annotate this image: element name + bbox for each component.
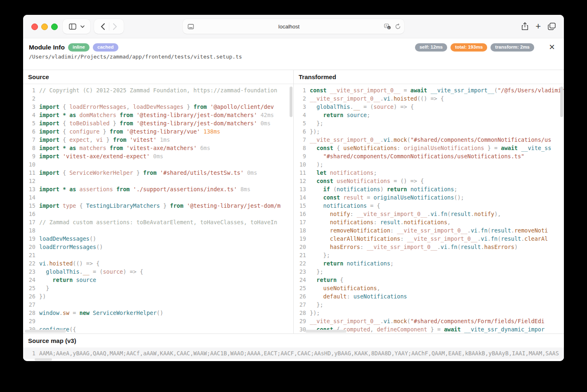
reload-icon[interactable] [395, 23, 401, 30]
code-line: 15 notifications = { [294, 202, 564, 210]
code-line: 11 let notifications; [294, 169, 564, 177]
code-line: 12 const useNotifications = () => { [294, 177, 564, 185]
cached-badge: cached [93, 43, 118, 52]
code-line: 29__vite_ssr_import_0__.vi.mock("#shared… [294, 317, 564, 325]
code-line: 14 const result = originalUseNotificatio… [294, 193, 564, 202]
code-line: 18 removeNotification: __vite_ssr_import… [294, 226, 564, 235]
code-line: 23 }; [294, 268, 564, 276]
code-line: 13import * as assertions from './support… [23, 185, 293, 193]
code-line: 10 ); [294, 160, 564, 169]
code-line: 15import type { TestingLibraryMatchers }… [23, 202, 293, 210]
code-line: 23 globalThis.__ = (source) => { [23, 268, 293, 276]
code-line: 16 notify: __vite_ssr_import_0__.vi.fn(r… [294, 210, 564, 218]
browser-window: localhost A x [23, 15, 564, 361]
code-line: 8 const { useNotifications: originalUseN… [294, 144, 564, 152]
code-line: 14 [23, 193, 293, 202]
new-tab-button[interactable]: + [535, 22, 541, 31]
code-line: 3import { loadErrorMessages, loadDevMess… [23, 103, 293, 111]
code-line: 20loadErrorMessages() [23, 243, 293, 251]
code-line: 20 hasErrors: __vite_ssr_import_0__.vi.f… [294, 243, 564, 251]
code-line: 28}); [294, 309, 564, 317]
code-line: 25 } [23, 284, 293, 292]
code-line: 29 [23, 317, 293, 325]
url-bar[interactable]: localhost A x [183, 19, 404, 34]
code-line: 9 "#shared/components/CommonNotification… [294, 152, 564, 160]
chevron-down-icon [80, 25, 85, 28]
close-window-button[interactable] [31, 23, 38, 30]
self-time-badge: self: 12ms [415, 43, 447, 52]
code-line: 27 [23, 300, 293, 309]
source-horizontal-scrollbar[interactable] [25, 330, 66, 333]
code-line: 21 }; [294, 251, 564, 259]
sourcemap-horizontal-scrollbar[interactable] [35, 358, 52, 361]
code-line: 8import * as matchers from 'vitest-axe/m… [23, 144, 293, 152]
code-line: 9import 'vitest-axe/extend-expect' 0ms [23, 152, 293, 160]
code-line: 3 globalThis.__ = (source) => { [294, 103, 564, 111]
tab-overview-button[interactable] [548, 23, 556, 30]
transformed-vertical-scrollbar[interactable] [560, 87, 563, 117]
code-line: 17 notifications: result.notifications, [294, 218, 564, 226]
code-line: 24 return { [294, 276, 564, 284]
transformed-code-area[interactable]: 1const __vite_ssr_import_0__ = await __v… [294, 84, 564, 333]
code-line: 1const __vite_ssr_import_0__ = await __v… [294, 86, 564, 94]
code-line: 1// Copyright (C) 2012-2025 Zammad Found… [23, 86, 293, 94]
minimize-window-button[interactable] [41, 23, 48, 30]
code-line: 21 [23, 251, 293, 259]
code-line: 16 [23, 210, 293, 218]
code-panes: Source 1// Copyright (C) 2012-2025 Zamma… [23, 70, 564, 333]
source-code-area[interactable]: 1// Copyright (C) 2012-2025 Zammad Found… [23, 84, 293, 333]
nav-separator [109, 22, 109, 31]
sourcemap-mappings: AAMA;AAeA,yBAAG,QAAQ,MAAM;AACf,aAAW,KAAK… [39, 350, 559, 357]
code-line: 7__vite_ssr_import_0__.vi.mock("#shared/… [294, 136, 564, 144]
module-file-path: /Users/vladimir/Projects/zammad/app/fron… [23, 52, 564, 60]
code-line: 5 }; [294, 119, 564, 127]
code-line: 2__vite_ssr_import_0__.vi.hoisted(() => … [294, 94, 564, 103]
code-line: 26}) [23, 292, 293, 300]
page-icon [188, 24, 194, 29]
share-button[interactable] [521, 22, 528, 31]
svg-text:A: A [385, 24, 387, 27]
code-line: 17// Zammad custom assertions: toBeAvata… [23, 218, 293, 226]
code-line: 22vi.hoisted(() => { [23, 259, 293, 268]
translate-icon[interactable]: A x [384, 23, 391, 30]
code-line: 19 clearAllNotifications: __vite_ssr_imp… [294, 235, 564, 243]
code-line: 28window.sw = new ServiceWorkerHelper() [23, 309, 293, 317]
sourcemap-line[interactable]: 1 AAMA;AAeA,yBAAG,QAAQ,MAAM;AACf,aAAW,KA… [23, 347, 564, 359]
code-line: 4import * as domMatchers from '@testing-… [23, 111, 293, 119]
nav-buttons [94, 19, 124, 34]
source-vertical-scrollbar[interactable] [290, 87, 292, 117]
module-info-header: Module Info inline cached self: 12ms tot… [23, 38, 564, 70]
sourcemap-title: Source map (v3) [23, 334, 564, 347]
transformed-pane: Transformed 1const __vite_ssr_import_0__… [293, 70, 564, 333]
code-line: 12 [23, 177, 293, 185]
code-line: 4 return source; [294, 111, 564, 119]
zoom-window-button[interactable] [51, 23, 58, 30]
code-line: 5import { toBeDisabled } from '@testing-… [23, 119, 293, 127]
inline-badge: inline [68, 43, 90, 52]
transformed-pane-title: Transformed [294, 70, 564, 84]
url-text: localhost [194, 23, 384, 30]
close-panel-button[interactable]: × [547, 42, 557, 52]
code-line: 27 }; [294, 300, 564, 309]
browser-titlebar: localhost A x [23, 15, 564, 38]
back-button[interactable] [101, 23, 105, 30]
source-pane: Source 1// Copyright (C) 2012-2025 Zamma… [23, 70, 293, 333]
code-line: 25 useNotifications, [294, 284, 564, 292]
code-line: 18 [23, 226, 293, 235]
code-line: 6}); [294, 127, 564, 136]
code-line: 26 default: useNotifications [294, 292, 564, 300]
transform-time-badge: transform: 2ms [490, 43, 534, 52]
forward-button[interactable] [113, 23, 117, 30]
code-line: 19loadDevMessages() [23, 235, 293, 243]
timing-badges: self: 12ms total: 193ms transform: 2ms [415, 43, 534, 52]
transformed-horizontal-scrollbar[interactable] [305, 330, 347, 333]
code-line: 7import { expect, vi } from 'vitest' 1ms [23, 136, 293, 144]
sourcemap-line-number: 1 [23, 350, 39, 357]
sidebar-toggle-button[interactable] [63, 19, 90, 34]
page-title: Module Info [29, 44, 65, 51]
code-line: 13 if (notifications) return notificatio… [294, 185, 564, 193]
window-controls [31, 23, 58, 30]
code-line: 22 return notifications; [294, 259, 564, 268]
sourcemap-section: Source map (v3) 1 AAMA;AAeA,yBAAG,QAAQ,M… [23, 333, 564, 361]
code-line: 24 return source [23, 276, 293, 284]
